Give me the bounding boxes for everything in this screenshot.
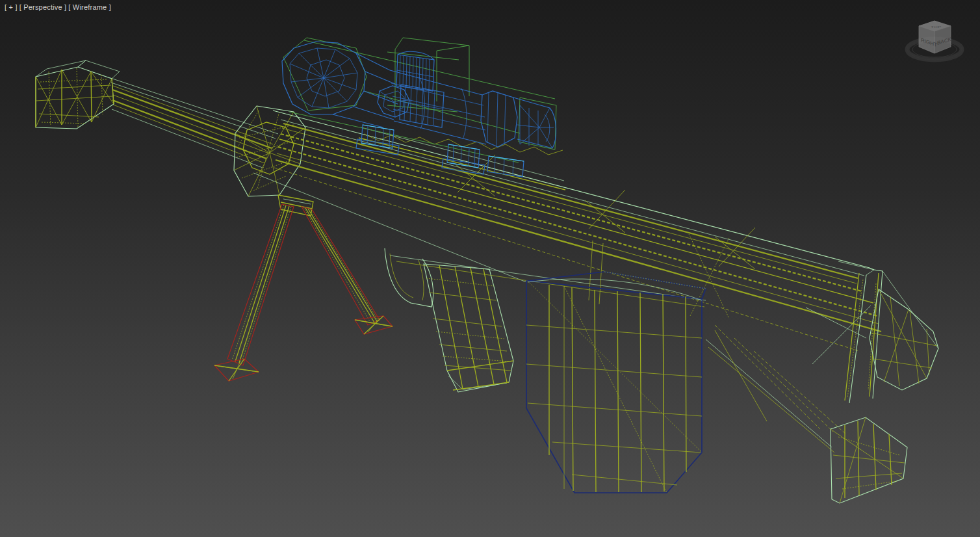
- 3d-viewport[interactable]: [ + ] [ Perspective ] [ Wireframe ] TOP …: [0, 0, 980, 537]
- viewport-pov-menu[interactable]: [ Perspective ]: [19, 3, 67, 11]
- muzzle-brake-wireframe: [36, 60, 120, 129]
- scope-cage-wireframe: [283, 38, 556, 163]
- wireframe-scene[interactable]: [0, 0, 980, 537]
- grip-wireframe: [385, 248, 513, 392]
- bipod-wireframe: [214, 195, 393, 381]
- stock-wireframe: [706, 270, 938, 503]
- viewport-general-menu[interactable]: [ + ]: [5, 3, 18, 11]
- viewcube-face-top[interactable]: TOP: [931, 26, 941, 29]
- viewport-label: [ + ] [ Perspective ] [ Wireframe ]: [5, 3, 111, 11]
- viewport-shading-menu[interactable]: [ Wireframe ]: [68, 3, 111, 11]
- receiver-beam-wireframe: [253, 111, 881, 351]
- barrel-wireframe: [110, 78, 278, 168]
- magazine-wireframe: [526, 272, 706, 493]
- viewcube[interactable]: TOP RIGHT BACK: [894, 9, 975, 72]
- viewcube-cube[interactable]: TOP RIGHT BACK: [919, 21, 951, 53]
